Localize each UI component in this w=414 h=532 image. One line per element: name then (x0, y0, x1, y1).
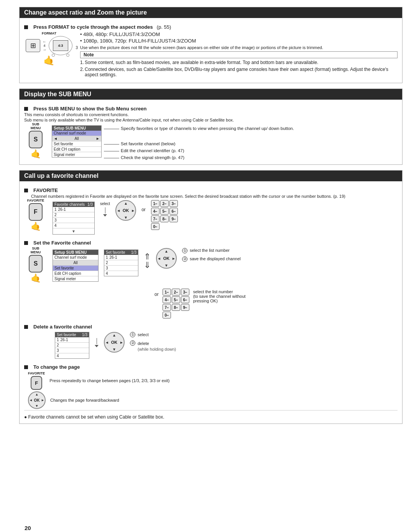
set-fav-row-2: 2 (104, 260, 138, 266)
fav-row-3: 3 (53, 218, 94, 223)
fav-row-1: 126-1 (53, 207, 94, 212)
del-fav-list-title: Set favorite 1/3 (55, 332, 89, 337)
del-fav-row-3: 3 (55, 348, 89, 353)
set-fav-title: Set the Favorite channel (33, 240, 91, 246)
set-fav-row-3: 3 (104, 266, 138, 271)
num-2: 2▪▪ (160, 200, 169, 207)
press-format-ref: (p. 55) (157, 24, 171, 30)
note-label: Note (80, 51, 398, 58)
sub-remote-set-fav: S (29, 255, 43, 273)
select-label: select (100, 202, 110, 206)
setup-submenu-box-set: Setup SUB MENU Channel surf mode All Set… (53, 250, 99, 282)
or-label-2: or (154, 292, 159, 297)
num-5: 5▪▪ (160, 208, 169, 215)
del-fav-list: Set favorite 1/3 126-1 2 3 4 (55, 332, 89, 359)
fav-title: FAVORITE (33, 187, 58, 193)
fav-desc: Channel numbers registered in Favorite a… (24, 194, 398, 199)
fav-remote-change-page: F (31, 376, 42, 390)
hand-sub-set-icon: 🤙 (31, 273, 41, 283)
num-6: 6▪▪ (169, 208, 178, 215)
submenu-section: Display the SUB MENU Press SUB MENU to s… (19, 89, 402, 165)
set-fav-row-4: 4 (104, 271, 138, 276)
fav-label-top: FAVORITE (27, 199, 44, 202)
aspect-circle-diagram: 4:3 (49, 36, 72, 55)
ratio-label: 4:3 (53, 40, 68, 51)
press-sub-label: Press SUB MENU to show the Sub Menu scre… (33, 106, 146, 112)
menu-row-nav: ◄All► (52, 136, 101, 141)
brace-label: 4 (43, 44, 45, 48)
del-fav-row-1: 126-1 (55, 337, 89, 343)
signal-row-set: Signal meter (53, 276, 98, 281)
menu-row-channel-surf: Channel surf mode (52, 131, 101, 136)
note-list: Some content, such as film-based movies,… (80, 60, 398, 79)
press-format-row: Press FORMAT to cycle through the aspect… (24, 24, 398, 30)
up-down-arrows-icon: ⇑ ⇓ (144, 253, 151, 269)
setup-submenu-title-set: Setup SUB MENU (53, 250, 98, 255)
hand-format-icon: 🤙 (43, 55, 55, 66)
hand-sub-icon: 🤙 (31, 149, 41, 159)
aspect-ratio-section: Change aspect ratio and Zoom the picture… (19, 7, 402, 83)
num-select-desc: select the list number (to save the chan… (193, 289, 255, 303)
num-4: 4▪▪ (151, 208, 159, 215)
num-1: 1▪▪ (151, 200, 159, 207)
sub-menu-label-set: SUBMENU (31, 246, 41, 254)
change-page-desc2: Changes the page forward/backward (50, 398, 119, 402)
ok-button-del-fav: ▲ ▼ ◄ ► OK (104, 332, 125, 353)
change-page-title: To change the page (33, 364, 80, 370)
menu-row-signal: Signal meter (52, 152, 101, 157)
note-item-1: Some content, such as film-based movies,… (80, 60, 398, 65)
step1-row: ① select the list number (182, 248, 241, 253)
hand-fav-icon: 🤙 (31, 222, 41, 232)
page-number: 20 (25, 525, 31, 531)
del-step1-row: ① select (130, 332, 176, 337)
nav-row-set: All (53, 260, 98, 266)
bottom-note: ● Favorite channels cannot be set when u… (24, 414, 398, 420)
format-label: FORMAT (42, 31, 56, 35)
menu-row-edit-ch: Edit CH caption (52, 147, 101, 152)
favorite-section: Call up a favorite channel FAVORITE Chan… (19, 170, 402, 424)
delete-fav-title: Delete a favorite channel (33, 324, 92, 330)
bullet2: • 1080p, 1080i, 720p: FULL/H-FILL/JUST/4… (80, 38, 398, 44)
set-fav-list-title: Set favorite 1/3 (104, 250, 138, 255)
fav-label-change-page: FAVORITE (28, 371, 45, 375)
fav-channels-list: Favorite channels 1/3 126-1 2 3 4 ▼ (53, 202, 95, 235)
favorite-title-row: FAVORITE (24, 187, 398, 193)
num-9: 9▪▪ (169, 215, 178, 222)
del-fav-row-4: 4 (55, 353, 89, 358)
channel-surf-row-set: Channel surf mode (53, 255, 98, 260)
set-fav-row-1: 126-1 (104, 255, 138, 260)
edit-ch-row-set: Edit CH caption (53, 271, 98, 276)
pointer-edit-ch: Edit the channel identifier (p. 47) (104, 148, 294, 153)
pointer-channel-surf: Specify favorites or type of channels to… (104, 126, 294, 131)
aspect-ratio-header: Change aspect ratio and Zoom the picture (20, 7, 402, 18)
change-page-desc: Press repeatedly to change between pages… (49, 378, 169, 383)
del-step2-row: ② delete (while holding down) (130, 340, 176, 352)
num-buttons-fav: 1▪▪ 2▪▪ 3▪▪ 4▪▪ 5▪▪ 6▪▪ 7▪▪ 8▪▪ 9▪▪ (151, 200, 178, 222)
format-button-icon: ⊞ (26, 39, 40, 52)
num-0: 0▪▪ (151, 223, 159, 230)
press-sub-row: Press SUB MENU to show the Sub Menu scre… (24, 106, 398, 112)
pointer-signal: Check the signal strength (p. 47) (104, 155, 294, 160)
num-buttons-set-fav: 1▪▪ 2▪▪ 3▪▪ 4▪▪ 5▪▪ 6▪▪ 7▪▪ 8▪▪ 9▪▪ (163, 289, 189, 311)
submenu-desc2: Sub menu is only available when the TV i… (24, 118, 398, 122)
fav-remote-icon: F (29, 203, 43, 221)
fav-list-title: Favorite channels 1/3 (53, 202, 94, 207)
sub-menu-remote-icon: S (29, 131, 43, 148)
num-3: 3▪▪ (169, 200, 178, 207)
num-7: 7▪▪ (151, 215, 159, 222)
bullet1: • 480i, 480p: FULL/JUST/4:3/ZOOM (80, 31, 398, 37)
number-3-label: 3 (76, 46, 78, 50)
sub-menu-label-top: SUB MENU (31, 122, 41, 130)
fav-row-2: 2 (53, 212, 94, 218)
pointer-set-fav: Set favorite channel (below) (104, 141, 294, 146)
ok-button-page-change: ▲ ▼ ◄ ► OK (28, 391, 46, 409)
submenu-header: Display the SUB MENU (20, 89, 402, 100)
press-format-label: Press FORMAT to cycle through the aspect… (33, 24, 153, 30)
ok-button-set-fav: ▲ ▼ ◄ ► OK (156, 248, 177, 269)
ok-button-fav: ▲ ▼ ◄ ► OK (115, 200, 136, 221)
del-fav-row-2: 2 (55, 343, 89, 348)
fav-row-4: 4 (53, 223, 94, 228)
submenu-diagram-box: Setup SUB MENU Channel surf mode ◄All► S… (52, 125, 102, 158)
delete-fav-title-row: Delete a favorite channel (24, 324, 398, 330)
use-note: Use when the picture does not fill the w… (80, 45, 398, 50)
